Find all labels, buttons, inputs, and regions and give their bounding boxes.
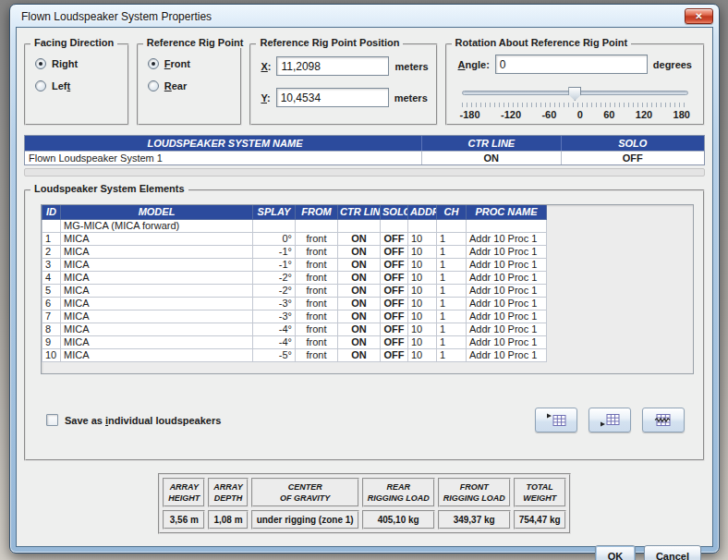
- cell-from[interactable]: front: [296, 258, 338, 271]
- save-individual-checkbox[interactable]: Save as individual loudspeakers: [46, 414, 221, 426]
- cell-splay[interactable]: [253, 219, 296, 232]
- cell-system-name[interactable]: Flown Loudspeaker System 1: [25, 152, 422, 164]
- cell-model[interactable]: MICA: [61, 284, 253, 297]
- cell-splay[interactable]: 0°: [253, 232, 296, 245]
- angle-field[interactable]: [495, 55, 648, 74]
- cell-addr[interactable]: 10: [408, 323, 437, 335]
- cell-addr[interactable]: 10: [408, 310, 437, 323]
- cell-addr[interactable]: 10: [408, 348, 437, 361]
- cell-splay[interactable]: -4°: [253, 323, 296, 335]
- cell-model[interactable]: MICA: [61, 258, 253, 271]
- cell-splay[interactable]: -3°: [253, 297, 296, 310]
- cell-ctr_line[interactable]: ON: [338, 271, 381, 284]
- cell-model[interactable]: MICA: [61, 335, 253, 348]
- column-header-solo[interactable]: SOLO: [562, 136, 704, 151]
- radio-rear[interactable]: Rear: [148, 80, 241, 91]
- cell-solo[interactable]: OFF: [381, 310, 408, 323]
- cell-from[interactable]: front: [296, 271, 338, 284]
- cell-from[interactable]: [296, 219, 338, 232]
- cell-id[interactable]: 1: [42, 232, 61, 245]
- cell-ch[interactable]: 1: [437, 271, 467, 284]
- cell-proc_name[interactable]: [467, 219, 547, 232]
- column-header-name[interactable]: LOUDSPEAKER SYSTEM NAME: [25, 136, 422, 151]
- cell-id[interactable]: 9: [42, 335, 61, 348]
- cell-ch[interactable]: 1: [437, 232, 467, 245]
- cell-id[interactable]: 4: [42, 271, 61, 284]
- cell-ctr-line[interactable]: ON: [422, 152, 562, 164]
- elements-table-scrollpane[interactable]: IDMODELSPLAYFROMCTR LINESOLOADDRCHPROC N…: [41, 204, 694, 374]
- cell-solo[interactable]: OFF: [381, 271, 408, 284]
- cell-addr[interactable]: 10: [408, 271, 437, 284]
- cell-splay[interactable]: -2°: [253, 284, 296, 297]
- cell-model[interactable]: MICA: [61, 348, 253, 361]
- cell-addr[interactable]: [408, 219, 437, 232]
- ok-button[interactable]: OK: [595, 545, 636, 560]
- cell-from[interactable]: front: [296, 284, 338, 297]
- cell-from[interactable]: front: [296, 348, 338, 361]
- cell-from[interactable]: front: [296, 335, 338, 348]
- radio-right[interactable]: Right: [35, 58, 127, 69]
- cell-solo[interactable]: OFF: [381, 284, 408, 297]
- insert-element-above-button[interactable]: [535, 408, 577, 432]
- cell-ctr_line[interactable]: ON: [338, 310, 381, 323]
- title-bar[interactable]: Flown Loudspeaker System Properties ✕: [10, 5, 719, 26]
- cell-proc_name[interactable]: Addr 10 Proc 1: [467, 323, 547, 335]
- cell-ctr_line[interactable]: ON: [338, 335, 381, 348]
- cell-ch[interactable]: 1: [437, 245, 467, 258]
- cancel-button[interactable]: Cancel: [644, 545, 701, 560]
- cell-ctr_line[interactable]: ON: [338, 245, 381, 258]
- cell-addr[interactable]: 10: [408, 297, 437, 310]
- cell-model[interactable]: MICA: [61, 310, 253, 323]
- cell-id[interactable]: 2: [42, 245, 61, 258]
- cell-ch[interactable]: 1: [437, 335, 467, 348]
- insert-element-below-button[interactable]: [588, 408, 631, 432]
- column-header-ch[interactable]: CH: [437, 205, 467, 219]
- cell-proc_name[interactable]: Addr 10 Proc 1: [467, 245, 547, 258]
- x-position-field[interactable]: [276, 56, 389, 76]
- cell-model[interactable]: MICA: [61, 297, 253, 310]
- cell-from[interactable]: front: [296, 323, 338, 335]
- cell-model[interactable]: MICA: [61, 323, 253, 335]
- cell-solo[interactable]: [381, 219, 408, 232]
- cell-id[interactable]: 7: [42, 310, 61, 323]
- cell-proc_name[interactable]: Addr 10 Proc 1: [467, 271, 547, 284]
- cell-addr[interactable]: 10: [408, 284, 437, 297]
- column-header-splay[interactable]: SPLAY: [253, 205, 296, 219]
- cell-solo[interactable]: OFF: [562, 152, 704, 164]
- cell-splay[interactable]: -4°: [253, 335, 296, 348]
- cell-splay[interactable]: -3°: [253, 310, 296, 323]
- cell-splay[interactable]: -2°: [253, 271, 296, 284]
- radio-front[interactable]: Front: [148, 58, 241, 69]
- cell-from[interactable]: front: [296, 245, 338, 258]
- cell-proc_name[interactable]: Addr 10 Proc 1: [467, 348, 547, 361]
- cell-solo[interactable]: OFF: [381, 323, 408, 335]
- column-header-from[interactable]: FROM: [296, 205, 338, 219]
- cell-solo[interactable]: OFF: [381, 297, 408, 310]
- cell-ctr_line[interactable]: ON: [338, 297, 381, 310]
- cell-addr[interactable]: 10: [408, 245, 437, 258]
- column-header-proc_name[interactable]: PROC NAME: [467, 205, 547, 219]
- cell-model[interactable]: MG-MICA (MICA forward): [61, 219, 253, 232]
- cell-model[interactable]: MICA: [61, 245, 253, 258]
- cell-splay[interactable]: -1°: [253, 245, 296, 258]
- cell-solo[interactable]: OFF: [381, 245, 408, 258]
- cell-proc_name[interactable]: Addr 10 Proc 1: [467, 258, 547, 271]
- angle-slider-thumb[interactable]: [568, 87, 581, 101]
- cell-ch[interactable]: 1: [437, 297, 467, 310]
- cell-id[interactable]: 3: [42, 258, 61, 271]
- cell-id[interactable]: 5: [42, 284, 61, 297]
- cell-addr[interactable]: 10: [408, 335, 437, 348]
- column-header-ctr_line[interactable]: CTR LINE: [338, 205, 381, 219]
- cell-ch[interactable]: 1: [437, 258, 467, 271]
- cell-ctr_line[interactable]: ON: [338, 284, 381, 297]
- cell-proc_name[interactable]: Addr 10 Proc 1: [467, 310, 547, 323]
- cell-id[interactable]: 8: [42, 323, 61, 335]
- cell-ctr_line[interactable]: ON: [338, 258, 381, 271]
- cell-id[interactable]: 10: [42, 348, 61, 361]
- cell-id[interactable]: [42, 219, 61, 232]
- radio-left[interactable]: Left: [35, 80, 127, 91]
- cell-ctr_line[interactable]: ON: [338, 232, 381, 245]
- remove-element-button[interactable]: [642, 408, 685, 432]
- cell-proc_name[interactable]: Addr 10 Proc 1: [467, 297, 547, 310]
- cell-from[interactable]: front: [296, 232, 338, 245]
